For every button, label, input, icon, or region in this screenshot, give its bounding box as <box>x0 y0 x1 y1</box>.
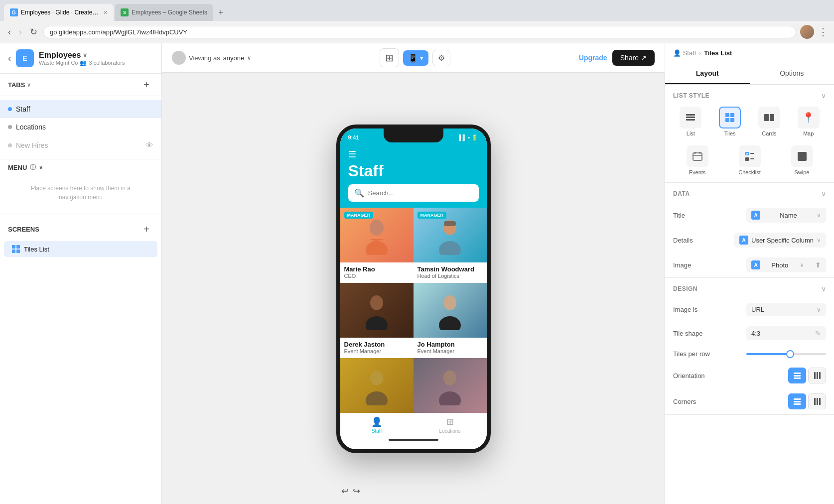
map-icon: 📍 <box>798 107 820 128</box>
svg-point-6 <box>366 316 388 330</box>
app-layout: ‹ E Employees ∨ Waste Mgmt Co 👥 3 collab… <box>0 43 834 504</box>
svg-rect-31 <box>794 373 801 374</box>
tab-layout[interactable]: Layout <box>665 63 750 84</box>
phone-header: ☰ Staff 🔍 <box>340 145 487 208</box>
tile-item-2[interactable]: MANAGER Tamsin Woodward Head of Logistic… <box>414 208 487 283</box>
viewer-chevron-icon[interactable]: ∨ <box>247 55 251 61</box>
tabs-chevron-icon[interactable]: ∨ <box>27 82 31 88</box>
image-value[interactable]: A Photo ∨ ⬆ <box>746 257 826 272</box>
tile-item-3[interactable]: Derek Jaston Event Manager <box>340 283 414 358</box>
style-list[interactable]: List <box>673 107 708 136</box>
image-value-icon: A <box>751 260 760 269</box>
svg-rect-17 <box>730 113 734 117</box>
style-swipe[interactable]: Swipe <box>778 145 826 175</box>
refresh-button[interactable]: ↻ <box>28 24 39 39</box>
tile-item-1[interactable]: MANAGER Marie Rao CEO <box>340 208 414 283</box>
svg-rect-39 <box>794 403 801 405</box>
image-is-value[interactable]: URL ∨ <box>746 303 826 316</box>
tile-photo-6 <box>414 358 487 413</box>
design-field-tile-shape: Tile shape 4:3 ✎ <box>665 321 834 345</box>
list-style-chevron-icon[interactable]: ∨ <box>821 92 826 100</box>
svg-rect-15 <box>686 119 695 121</box>
sidebar-back-button[interactable]: ‹ <box>8 53 11 64</box>
nav-item-staff[interactable]: Staff <box>0 100 161 118</box>
tile-item-4[interactable]: Jo Hampton Event Manager <box>414 283 487 358</box>
svg-point-7 <box>443 295 456 310</box>
browser-menu-button[interactable]: ⋮ <box>818 26 828 38</box>
tile-item-6[interactable] <box>414 358 487 413</box>
style-tiles[interactable]: Tiles <box>712 107 748 136</box>
breadcrumb-parent[interactable]: 👤 Staff <box>673 49 696 57</box>
add-tab-button[interactable]: + <box>139 78 153 92</box>
style-events[interactable]: Events <box>673 145 721 175</box>
corners-square-button[interactable] <box>788 393 806 409</box>
image-chevron-icon: ∨ <box>800 261 804 268</box>
menu-chevron-icon[interactable]: ∨ <box>39 164 43 171</box>
upload-icon[interactable]: ⬆ <box>815 261 821 269</box>
style-checklist[interactable]: Checklist <box>725 145 774 175</box>
design-chevron-icon[interactable]: ∨ <box>821 285 826 293</box>
profile-icon[interactable] <box>800 25 814 39</box>
tab-close-btn[interactable]: × <box>104 8 108 16</box>
style-map[interactable]: 📍 Map <box>791 107 826 136</box>
address-bar[interactable]: go.glideapps.com/app/WgjlGL7iwz4lHdvpCUV… <box>43 26 796 38</box>
app-name-chevron-icon[interactable]: ∨ <box>83 52 87 59</box>
orientation-cols-button[interactable] <box>808 368 826 383</box>
title-value[interactable]: A Name ∨ <box>746 208 826 223</box>
tab-glide[interactable]: G Employees · Glide · Create app... × <box>4 4 114 21</box>
back-button[interactable]: ‹ <box>6 25 13 39</box>
phone-frame: 9:41 ▌▌ ▪ 🔋 ☰ Staff 🔍 <box>336 125 491 453</box>
tiles-per-row-slider[interactable] <box>746 353 826 355</box>
nav-dot-icon <box>8 107 12 111</box>
mobile-view-button[interactable]: 📱 ▾ <box>403 50 428 66</box>
locations-nav-icon: ⊞ <box>446 416 454 427</box>
title-label: Title <box>673 212 713 219</box>
tab-options[interactable]: Options <box>750 63 834 84</box>
data-chevron-icon[interactable]: ∨ <box>821 190 826 198</box>
corners-round-button[interactable] <box>808 393 826 409</box>
menu-section: MENU ⓘ ∨ Place screens here to show them… <box>0 159 161 214</box>
tile-shape-value[interactable]: 4:3 ✎ <box>746 326 826 340</box>
redo-button[interactable]: ↪ <box>353 486 360 497</box>
bottom-nav-staff[interactable]: 👤 Staff <box>340 416 414 434</box>
undo-button[interactable]: ↩ <box>341 486 349 497</box>
orientation-rows-button[interactable] <box>788 368 806 383</box>
toolbar-center: ⊞ 📱 ▾ ⚙ <box>380 48 450 67</box>
nav-item-locations[interactable]: Locations <box>0 118 161 136</box>
app-subtitle: Waste Mgmt Co 👥 3 collaborators <box>39 60 153 66</box>
nav-item-new-hires[interactable]: New Hires 👁 <box>0 136 161 155</box>
svg-point-9 <box>370 371 383 385</box>
external-link-icon: ↗ <box>641 54 647 62</box>
style-cards[interactable]: Cards <box>752 107 787 136</box>
forward-button[interactable]: › <box>17 25 24 39</box>
settings-button[interactable]: ⚙ <box>432 50 450 66</box>
tile-role-3: Event Manager <box>344 348 410 354</box>
screen-item-tiles-list[interactable]: Tiles List <box>4 241 157 257</box>
svg-point-10 <box>366 391 388 405</box>
tab-sheets[interactable]: S Employees – Google Sheets <box>115 4 213 21</box>
tile-item-5[interactable] <box>340 358 414 413</box>
svg-point-8 <box>439 316 461 330</box>
slider-thumb[interactable] <box>786 350 794 358</box>
upgrade-button[interactable]: Upgrade <box>579 54 607 62</box>
phone-hamburger-icon[interactable]: ☰ <box>348 149 479 160</box>
svg-rect-20 <box>764 114 769 121</box>
details-value[interactable]: A User Specific Column ∨ <box>734 233 826 248</box>
list-style-header: LIST STYLE ∨ <box>665 85 834 105</box>
phone-search-bar[interactable]: 🔍 <box>348 184 479 202</box>
info-icon[interactable]: ⓘ <box>30 163 36 172</box>
tile-photo-3 <box>340 283 414 338</box>
tabs-label-group: TABS ∨ <box>8 81 31 89</box>
add-screen-button[interactable]: + <box>139 222 153 236</box>
svg-rect-22 <box>693 153 702 160</box>
bottom-nav-locations[interactable]: ⊞ Locations <box>414 416 487 434</box>
menu-label: MENU <box>8 164 27 171</box>
tile-name-2: Tamsin Woodward <box>417 265 483 273</box>
panel-breadcrumb: 👤 Staff › Tiles List <box>665 43 834 63</box>
grid-view-button[interactable]: ⊞ <box>380 48 399 67</box>
sidebar-header: ‹ E Employees ∨ Waste Mgmt Co 👥 3 collab… <box>0 43 161 74</box>
phone-search-input[interactable] <box>368 189 473 197</box>
new-tab-button[interactable]: + <box>214 5 228 20</box>
swipe-icon <box>791 145 813 167</box>
share-button[interactable]: Share ↗ <box>612 50 655 66</box>
